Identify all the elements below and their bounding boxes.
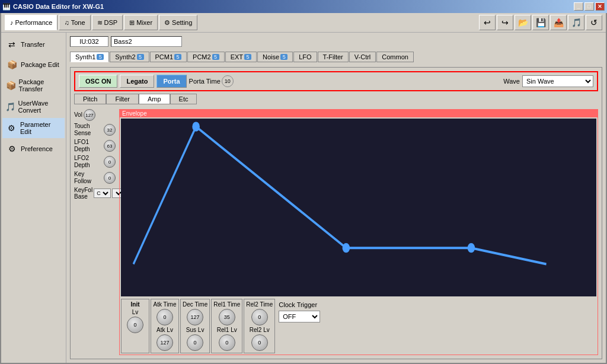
synth-tab-tfilter[interactable]: T-Filter — [318, 52, 349, 62]
dec-group: Dec Time 127 Sus Lv 0 — [180, 299, 210, 353]
init-lv-group: Init Lv 0 — [121, 299, 149, 353]
export-button[interactable]: 📤 — [550, 15, 567, 30]
package-edit-icon: 📦 — [5, 58, 18, 71]
title-bar: 🎹 CASIO Data Editor for XW-G1 _ □ ✕ — [0, 0, 607, 13]
synth-tab-lfo[interactable]: LFO — [293, 52, 317, 62]
atk-lv-label: Atk Lv — [156, 327, 173, 333]
vol-control: Vol 127 — [74, 109, 116, 121]
osc-row: OSC ON Legato Porta Porta Time 10 Wave S… — [74, 71, 598, 91]
minimize-button[interactable]: _ — [574, 2, 583, 11]
clock-trigger-label: Clock Trigger — [279, 301, 320, 308]
dsp-icon: ≋ — [97, 19, 103, 27]
sub-tab-amp[interactable]: Amp — [139, 94, 170, 104]
wave-label: Wave — [503, 78, 520, 85]
tab-tone[interactable]: ♫ Tone — [59, 15, 90, 30]
sidebar-item-package-edit[interactable]: 📦 Package Edit — [2, 55, 65, 74]
lfo2-depth-knob[interactable]: 0 — [104, 156, 116, 168]
rel2-lv-label: Rel2 Lv — [250, 327, 270, 333]
dec-time-label: Dec Time — [183, 301, 207, 308]
preference-icon: ⚙ — [5, 142, 18, 155]
rel1-time-label: Rel1 Time — [213, 301, 240, 308]
synth-tab-common[interactable]: Common — [376, 52, 414, 62]
maximize-button[interactable]: □ — [584, 2, 594, 11]
sidebar-item-label: Parameter Edit — [20, 121, 62, 135]
synth-tab-pcm1[interactable]: PCM1 5 — [150, 52, 187, 62]
rel1-time-knob[interactable]: 35 — [219, 309, 235, 325]
osc-on-button[interactable]: OSC ON — [79, 75, 117, 88]
porta-button[interactable]: Porta — [156, 75, 186, 88]
tone-icon: ♫ — [64, 19, 69, 26]
main-window: ♪ Performance ♫ Tone ≋ DSP ⊞ Mixer ⚙ Set… — [0, 13, 607, 364]
sidebar-item-userwave[interactable]: 🎵 UserWave Convert — [2, 97, 65, 117]
sub-tab-filter[interactable]: Filter — [106, 94, 138, 104]
envelope-svg — [121, 119, 596, 296]
sub-tab-etc[interactable]: Etc — [170, 94, 197, 104]
tab-mixer[interactable]: ⊞ Mixer — [124, 15, 158, 30]
sidebar-item-label: Package Edit — [21, 61, 59, 68]
save-button[interactable]: 💾 — [532, 15, 549, 30]
key-follow-control: Key Follow 0 — [74, 171, 116, 185]
envelope-graph — [121, 119, 596, 296]
rel2-group: Rel2 Time 0 Rel2 Lv 0 — [244, 299, 275, 353]
touch-sense-label: Touch Sense — [74, 123, 103, 137]
rel1-group: Rel1 Time 35 Rel1 Lv 0 — [211, 299, 242, 353]
title-bar-text: CASIO Data Editor for XW-G1 — [13, 3, 104, 10]
inner-panel: OSC ON Legato Porta Porta Time 10 Wave S… — [70, 67, 602, 359]
sidebar-item-preference[interactable]: ⚙ Preference — [2, 139, 65, 158]
lfo1-depth-knob[interactable]: 63 — [104, 140, 116, 152]
atk-time-knob[interactable]: 0 — [156, 309, 173, 325]
keyfol-base-note-select[interactable]: CDE — [94, 189, 111, 198]
tab-setting[interactable]: ⚙ Setting — [159, 15, 197, 30]
open-button[interactable]: 📂 — [515, 15, 531, 30]
porta-time-label: Porta Time — [189, 78, 221, 85]
sidebar-item-transfer[interactable]: ⇄ Transfer — [2, 35, 65, 54]
synth-tab-synth1[interactable]: Synth1 5 — [70, 52, 109, 62]
legato-button[interactable]: Legato — [120, 75, 154, 88]
package-transfer-icon: 📦 — [5, 79, 17, 92]
synth-tab-pcm2[interactable]: PCM2 5 — [187, 52, 225, 62]
audio-button[interactable]: 🎵 — [568, 15, 584, 30]
refresh-button[interactable]: ↺ — [586, 15, 602, 30]
atk-lv-knob[interactable]: 127 — [156, 334, 173, 351]
tab-performance[interactable]: ♪ Performance — [5, 15, 57, 30]
sus-lv-knob[interactable]: 0 — [187, 334, 203, 351]
svg-point-2 — [343, 243, 350, 253]
sidebar-item-package-transfer[interactable]: 📦 Package Transfer — [2, 75, 65, 95]
undo-button[interactable]: ↩ — [479, 15, 496, 30]
synth-tab-vctrl[interactable]: V-Ctrl — [349, 52, 376, 62]
close-button[interactable]: ✕ — [595, 2, 605, 11]
content-area: ⇄ Transfer 📦 Package Edit 📦 Package Tran… — [1, 33, 606, 363]
sus-lv-label: Sus Lv — [186, 327, 205, 333]
rel2-lv-knob[interactable]: 0 — [251, 334, 268, 351]
rel1-lv-knob[interactable]: 0 — [219, 334, 235, 351]
clock-trigger-group: Clock Trigger OFF ON — [276, 299, 322, 353]
sub-tab-pitch[interactable]: Pitch — [74, 94, 106, 104]
userwave-icon: 🎵 — [5, 100, 15, 113]
sidebar-item-label: Transfer — [21, 41, 45, 48]
porta-time-knob[interactable]: 10 — [222, 75, 234, 87]
synth-tab-noise[interactable]: Noise 5 — [257, 52, 293, 62]
clock-trigger-select[interactable]: OFF ON — [279, 311, 320, 323]
dec-time-knob[interactable]: 127 — [187, 309, 203, 325]
redo-button[interactable]: ↪ — [497, 15, 513, 30]
sidebar: ⇄ Transfer 📦 Package Edit 📦 Package Tran… — [1, 33, 66, 363]
synth-tab-ext[interactable]: EXT 5 — [225, 52, 257, 62]
tab-dsp[interactable]: ≋ DSP — [92, 15, 123, 30]
left-controls: Vol 127 Touch Sense 32 LFO1 — [74, 109, 116, 355]
synth-tab-synth2[interactable]: Synth2 5 — [110, 52, 149, 62]
atk-group: Atk Time 0 Atk Lv 127 — [151, 299, 179, 353]
envelope-panel: Envelope — [119, 109, 598, 355]
touch-sense-knob[interactable]: 32 — [104, 124, 116, 136]
wave-select[interactable]: Sin Wave Saw Wave Square Wave Triangle W… — [522, 75, 593, 87]
key-follow-label: Key Follow — [74, 171, 103, 185]
rel2-time-knob[interactable]: 0 — [251, 309, 268, 325]
key-follow-knob[interactable]: 0 — [104, 172, 116, 184]
sidebar-item-parameter-edit[interactable]: ⚙ Parameter Edit — [2, 118, 65, 138]
amp-content: Vol 127 Touch Sense 32 LFO1 — [74, 109, 598, 355]
keyfol-base-control: KeyFol Base CDE 435 — [74, 187, 116, 200]
app-icon: 🎹 — [2, 3, 11, 11]
vol-knob[interactable]: 127 — [84, 109, 95, 121]
preset-name-input[interactable] — [111, 36, 182, 47]
porta-time-control: Porta Time 10 — [189, 75, 234, 87]
init-lv-knob[interactable]: 0 — [127, 317, 143, 333]
